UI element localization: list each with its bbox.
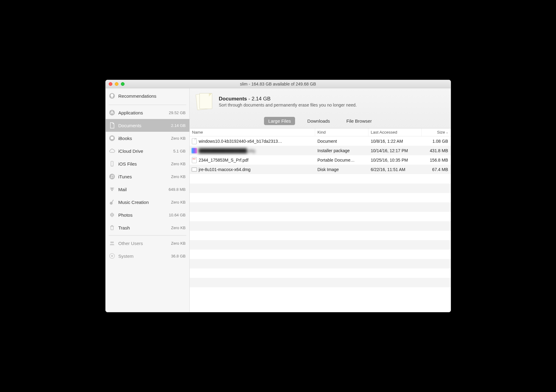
file-size: 431.8 MB <box>422 147 451 155</box>
svg-rect-1 <box>111 97 113 98</box>
header-text: Documents - 2.14 GB Sort through documen… <box>219 96 357 107</box>
svg-point-7 <box>111 177 111 178</box>
app-store-icon <box>108 109 116 117</box>
sidebar-item-size: 10.64 GB <box>169 213 186 217</box>
file-name: 2344_175853M_S_Prf.pdf <box>199 158 248 163</box>
file-dmg-icon <box>192 166 197 173</box>
itunes-icon <box>108 173 116 180</box>
sidebar-item-size: Zero KB <box>171 241 186 246</box>
file-size: 1.08 GB <box>422 137 451 145</box>
sidebar-item-label: Music Creation <box>118 200 169 205</box>
sidebar-item-label: Trash <box>118 225 169 230</box>
sidebar-item-applications[interactable]: Applications 29.52 GB <box>106 106 189 119</box>
file-pdf-icon <box>192 157 197 163</box>
documents-big-icon <box>196 93 213 110</box>
sidebar-item-label: System <box>118 254 169 259</box>
file-table-body: windows10.0-kb3192440-x64_b17da2313… Doc… <box>190 136 451 312</box>
system-icon <box>108 252 116 260</box>
sidebar-item-size: Zero KB <box>171 174 186 179</box>
table-header: Name Kind Last Accessed Size ⌄ <box>190 128 451 136</box>
column-kind[interactable]: Kind <box>315 128 368 136</box>
file-name: ████████████████.pkg <box>199 148 255 153</box>
tab-downloads[interactable]: Downloads <box>303 117 334 125</box>
table-row[interactable]: ████████████████.pkg Installer package 1… <box>190 146 451 155</box>
file-name: jre-8u101-macosx-x64.dmg <box>199 167 251 172</box>
file-size: 67.4 MB <box>422 166 451 173</box>
main-content: Documents - 2.14 GB Sort through documen… <box>190 88 451 312</box>
svg-point-16 <box>110 213 112 215</box>
storage-management-window: slim - 164.83 GB available of 249.68 GB … <box>105 80 451 312</box>
sidebar-item-label: Applications <box>118 110 167 115</box>
cloud-icon <box>108 147 116 155</box>
ibooks-icon <box>108 134 116 142</box>
sidebar-item-icloud-drive[interactable]: iCloud Drive 5.1 GB <box>106 145 189 157</box>
sidebar-item-size: 5.1 GB <box>173 149 185 153</box>
tab-large-files[interactable]: Large Files <box>264 117 295 125</box>
column-last-accessed[interactable]: Last Accessed <box>368 128 422 136</box>
sidebar-item-documents[interactable]: Documents 2.14 GB <box>106 119 189 132</box>
users-icon <box>108 239 116 247</box>
file-kind: Disk Image <box>315 166 368 173</box>
svg-point-20 <box>111 255 113 257</box>
sidebar-item-recommendations[interactable]: Recommendations <box>106 88 189 103</box>
sidebar-separator <box>109 105 186 105</box>
sidebar-item-label: Other Users <box>118 241 169 246</box>
view-tabs: Large Files Downloads File Browser <box>190 114 451 128</box>
sidebar-item-itunes[interactable]: iTunes Zero KB <box>106 170 189 183</box>
header-title: Documents - 2.14 GB <box>219 96 357 102</box>
sidebar-item-trash[interactable]: Trash Zero KB <box>106 221 189 234</box>
svg-point-18 <box>112 242 114 243</box>
header-info: Documents - 2.14 GB Sort through documen… <box>190 88 451 114</box>
sidebar-item-ibooks[interactable]: iBooks Zero KB <box>106 132 189 145</box>
sidebar-item-photos[interactable]: Photos 10.64 GB <box>106 208 189 221</box>
sidebar-item-system[interactable]: System 36.8 GB <box>106 250 189 262</box>
guitar-icon <box>108 198 116 206</box>
file-kind: Document <box>315 137 368 145</box>
chevron-down-icon: ⌄ <box>446 131 448 134</box>
sidebar-item-size: Zero KB <box>171 136 186 141</box>
svg-point-5 <box>112 165 112 166</box>
table-row[interactable]: 2344_175853M_S_Prf.pdf Portable Docume… … <box>190 155 451 165</box>
table-row[interactable]: windows10.0-kb3192440-x64_b17da2313… Doc… <box>190 136 451 146</box>
table-row[interactable]: jre-8u101-macosx-x64.dmg Disk Image 6/22… <box>190 165 451 174</box>
window-title: slim - 164.83 GB available of 249.68 GB <box>106 82 451 86</box>
file-size: 156.8 MB <box>422 156 451 164</box>
tab-file-browser[interactable]: File Browser <box>342 117 376 125</box>
sidebar-item-label: iBooks <box>118 136 169 141</box>
file-last-accessed: 10/25/16, 10:35 PM <box>368 156 422 164</box>
sidebar-item-size: 649.8 MB <box>169 187 186 192</box>
empty-rows <box>190 174 451 297</box>
sidebar: Recommendations Applications 29.52 GB Do… <box>106 88 190 312</box>
sidebar-item-label: iOS Files <box>118 161 169 166</box>
mail-icon <box>108 185 116 193</box>
file-kind: Installer package <box>315 147 368 155</box>
file-doc-icon <box>192 138 197 145</box>
titlebar: slim - 164.83 GB available of 249.68 GB <box>106 80 451 88</box>
sidebar-item-mail[interactable]: Mail 649.8 MB <box>106 183 189 196</box>
file-last-accessed: 6/22/16, 11:51 AM <box>368 166 422 173</box>
sidebar-item-size: 36.8 GB <box>171 254 186 258</box>
sidebar-item-other-users[interactable]: Other Users Zero KB <box>106 237 189 250</box>
file-last-accessed: 10/8/16, 1:22 AM <box>368 137 422 145</box>
sidebar-item-size: 29.52 GB <box>169 110 186 115</box>
sidebar-item-label: Documents <box>118 123 169 128</box>
file-kind: Portable Docume… <box>315 156 368 164</box>
sidebar-item-size: Zero KB <box>171 226 186 230</box>
svg-point-17 <box>110 242 112 243</box>
column-name[interactable]: Name <box>190 128 315 136</box>
file-name: windows10.0-kb3192440-x64_b17da2313… <box>199 139 282 144</box>
document-icon <box>108 121 116 129</box>
sidebar-item-size: 2.14 GB <box>171 123 186 128</box>
sidebar-item-music-creation[interactable]: Music Creation Zero KB <box>106 196 189 208</box>
sidebar-item-ios-files[interactable]: iOS Files Zero KB <box>106 157 189 170</box>
header-subtitle: Sort through documents and permanently e… <box>219 103 357 107</box>
sidebar-item-label: Photos <box>118 212 167 218</box>
svg-point-8 <box>112 177 113 178</box>
file-last-accessed: 10/14/16, 12:17 PM <box>368 147 422 155</box>
sidebar-item-size: Zero KB <box>171 200 186 205</box>
file-pkg-icon <box>192 147 197 154</box>
iphone-icon <box>108 160 116 168</box>
column-size[interactable]: Size ⌄ <box>422 128 451 136</box>
sidebar-item-label: iTunes <box>118 174 169 179</box>
sidebar-item-size: Zero KB <box>171 162 186 166</box>
